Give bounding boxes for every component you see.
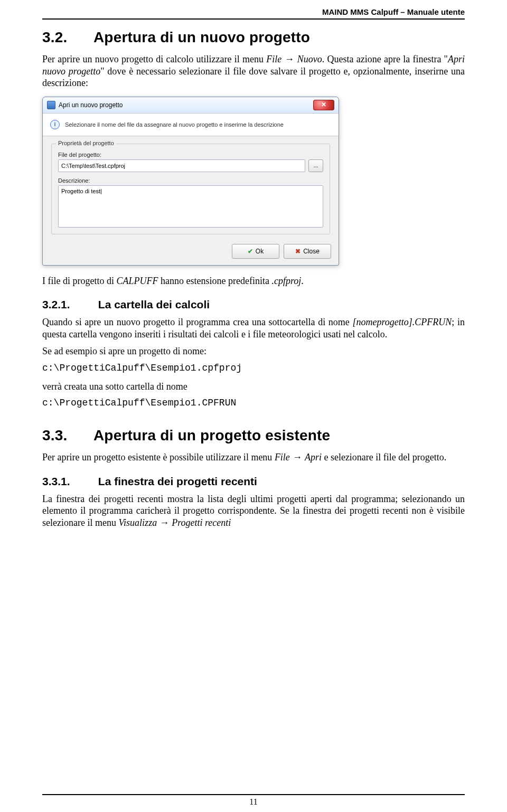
dialog-banner: i Selezionare il nome del file da assegn…	[43, 114, 339, 136]
code-path-1: c:\ProgettiCalpuff\Esempio1.cpfproj	[42, 363, 465, 373]
para-3-2-after: I file di progetto di CALPUFF hanno este…	[42, 275, 465, 287]
dialog-figure: Apri un nuovo progetto ✕ i Selezionare i…	[42, 97, 465, 266]
app-icon	[47, 101, 55, 109]
code-path-2: c:\ProgettiCalpuff\Esempio1.CPFRUN	[42, 398, 465, 408]
heading-num: 3.2.	[42, 29, 90, 46]
group-legend: Proprietà del progetto	[56, 140, 116, 146]
heading-num: 3.3.1.	[42, 475, 95, 488]
new-project-dialog: Apri un nuovo progetto ✕ i Selezionare i…	[42, 97, 339, 266]
heading-3-3-1: 3.3.1. La finestra dei progetti recenti	[42, 475, 465, 488]
project-properties-group: Proprietà del progetto File del progetto…	[51, 144, 330, 234]
footer-rule	[42, 794, 465, 795]
heading-num: 3.3.	[42, 427, 90, 444]
heading-3-2-1: 3.2.1. La cartella dei calcoli	[42, 298, 465, 311]
para-3-2-1-c: verrà creata una sotto cartella di nome	[42, 381, 465, 393]
page: MAIND MMS Calpuff – Manuale utente 3.2. …	[0, 0, 507, 812]
para-3-3-1: La finestra dei progetti recenti mostra …	[42, 493, 465, 529]
close-button[interactable]: ✖ Close	[284, 244, 331, 259]
dialog-titlebar[interactable]: Apri un nuovo progetto ✕	[43, 97, 339, 114]
page-footer: 11	[42, 794, 465, 807]
heading-3-3: 3.3. Apertura di un progetto esistente	[42, 427, 465, 444]
close-label: Close	[303, 248, 320, 255]
heading-text: Apertura di un progetto esistente	[93, 427, 330, 443]
check-icon: ✔	[248, 248, 253, 255]
browse-button[interactable]: ...	[308, 159, 323, 172]
heading-text: La finestra dei progetti recenti	[98, 475, 257, 487]
heading-3-2: 3.2. Apertura di un nuovo progetto	[42, 29, 465, 46]
desc-label: Descrizione:	[58, 177, 323, 184]
doc-header: MAIND MMS Calpuff – Manuale utente	[42, 7, 465, 17]
close-icon: ✖	[295, 248, 301, 255]
para-3-2-1-a: Quando si apre un nuovo progetto il prog…	[42, 316, 465, 340]
para-3-2-intro: Per aprire un nuovo progetto di calcolo …	[42, 53, 465, 89]
header-rule	[42, 18, 465, 20]
ok-label: Ok	[256, 248, 264, 255]
project-file-input[interactable]: C:\Temp\test\Test.cpfproj	[58, 159, 305, 172]
heading-text: Apertura di un nuovo progetto	[93, 29, 310, 45]
window-close-button[interactable]: ✕	[313, 100, 334, 110]
page-number: 11	[42, 797, 465, 807]
para-3-3: Per aprire un progetto esistente è possi…	[42, 451, 465, 464]
dialog-title: Apri un nuovo progetto	[59, 101, 123, 109]
dialog-banner-text: Selezionare il nome del file da assegnar…	[65, 121, 284, 128]
para-3-2-1-b: Se ad esempio si apre un progetto di nom…	[42, 345, 465, 357]
ok-button[interactable]: ✔ Ok	[232, 244, 279, 259]
info-icon: i	[50, 120, 60, 129]
file-label: File del progetto:	[58, 152, 323, 158]
description-input[interactable]: Progetto di test|	[58, 185, 323, 228]
heading-text: La cartella dei calcoli	[98, 298, 210, 310]
heading-num: 3.2.1.	[42, 298, 95, 311]
